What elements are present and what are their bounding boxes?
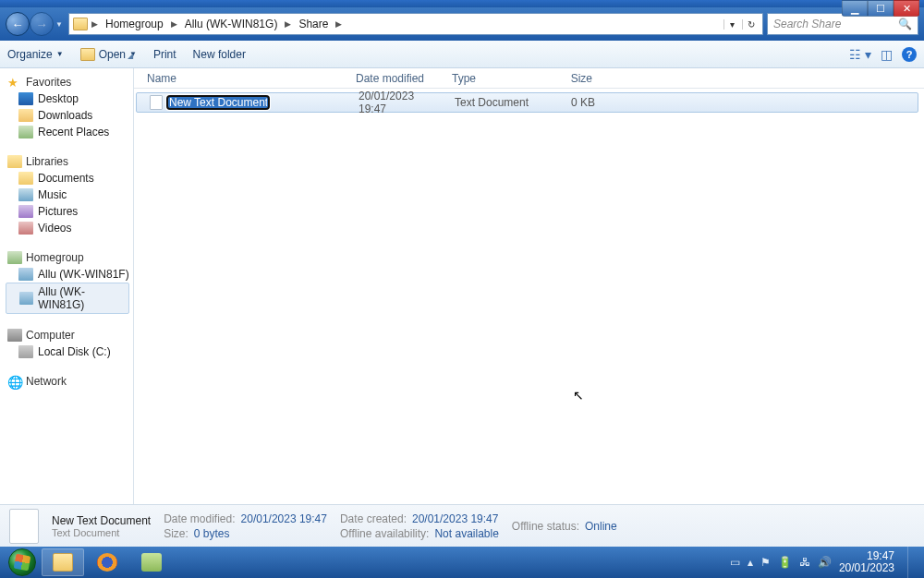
- network-icon: 🌐: [7, 375, 22, 388]
- details-size-label: Size:: [164, 527, 188, 540]
- chevron-right-icon[interactable]: ▶: [90, 19, 100, 29]
- sidebar-item-music[interactable]: Music: [6, 187, 133, 203]
- details-offline-availability-value: Not available: [434, 527, 498, 540]
- sidebar-item-videos[interactable]: Videos: [6, 220, 133, 236]
- battery-icon[interactable]: ▭: [730, 556, 740, 569]
- chevron-right-icon[interactable]: ▶: [169, 19, 179, 29]
- preview-pane-button[interactable]: ◫: [881, 47, 893, 62]
- details-size-value: 0 bytes: [194, 527, 230, 540]
- star-icon: ★: [7, 76, 22, 89]
- maximize-button[interactable]: ☐: [868, 0, 894, 17]
- clock-date: 20/01/2023: [839, 562, 894, 574]
- sidebar-item-pictures[interactable]: Pictures: [6, 203, 133, 220]
- sidebar-computer-header[interactable]: Computer: [6, 327, 133, 343]
- forward-button[interactable]: →: [30, 12, 54, 36]
- user-icon: [18, 268, 33, 281]
- recent-icon: [18, 126, 33, 138]
- app-icon: [141, 553, 162, 572]
- back-button[interactable]: ←: [6, 12, 30, 36]
- file-date: 20/01/2023 19:47: [353, 90, 449, 115]
- music-icon: [18, 188, 33, 201]
- close-button[interactable]: ✕: [894, 0, 919, 17]
- address-dropdown[interactable]: ▾: [723, 19, 740, 30]
- taskbar-item-app[interactable]: [130, 548, 173, 576]
- homegroup-icon: [7, 251, 22, 264]
- breadcrumb-item[interactable]: Homegroup: [102, 16, 167, 32]
- open-icon: [80, 48, 95, 61]
- sidebar-favorites-header[interactable]: ★Favorites: [6, 74, 133, 90]
- breadcrumb-item[interactable]: Share: [295, 16, 332, 32]
- tray-chevron-up-icon[interactable]: ▴: [748, 556, 753, 569]
- firefox-icon: [97, 553, 117, 572]
- column-type[interactable]: Type: [446, 72, 542, 85]
- sidebar-item-documents[interactable]: Documents: [6, 170, 133, 187]
- address-bar[interactable]: ▶ Homegroup ▶ Allu (WK-WIN81G) ▶ Share ▶…: [68, 13, 763, 35]
- user-icon: [19, 292, 33, 305]
- sidebar-item-recent-places[interactable]: Recent Places: [6, 124, 133, 140]
- file-large-icon: [9, 509, 39, 544]
- details-offline-status-value: Online: [585, 520, 617, 533]
- print-button[interactable]: Print: [153, 48, 176, 61]
- column-name[interactable]: Name: [141, 72, 350, 85]
- computer-icon: [7, 329, 22, 342]
- breadcrumb-item[interactable]: Allu (WK-WIN81G): [181, 16, 282, 32]
- action-center-icon[interactable]: ⚑: [760, 556, 771, 569]
- text-file-icon: [150, 95, 163, 110]
- sidebar-item-downloads[interactable]: Downloads: [6, 107, 133, 124]
- pictures-icon: [18, 205, 33, 218]
- windows-orb-icon: [8, 548, 36, 576]
- sidebar-item-local-disk[interactable]: Local Disk (C:): [6, 343, 133, 360]
- details-date-modified-value: 20/01/2023 19:47: [241, 512, 327, 525]
- navigation-pane: ★Favorites Desktop Downloads Recent Plac…: [0, 68, 134, 504]
- documents-icon: [18, 172, 33, 185]
- chevron-right-icon[interactable]: ▶: [334, 19, 344, 29]
- sidebar-item-homegroup-user[interactable]: Allu (WK-WIN81F): [6, 266, 133, 283]
- videos-icon: [18, 222, 33, 235]
- column-date-modified[interactable]: Date modified: [350, 72, 446, 85]
- taskbar-item-firefox[interactable]: [86, 548, 128, 576]
- sidebar-item-desktop[interactable]: Desktop: [6, 90, 133, 107]
- file-row[interactable]: 20/01/2023 19:47 Text Document 0 KB: [136, 92, 918, 113]
- organize-button[interactable]: Organize▼: [7, 48, 64, 61]
- downloads-icon: [18, 109, 33, 122]
- column-size[interactable]: Size: [542, 72, 598, 85]
- explorer-icon: [53, 553, 73, 572]
- file-type: Text Document: [449, 96, 545, 109]
- nav-buttons: ← → ▼: [6, 12, 65, 36]
- details-date-created-value: 20/01/2023 19:47: [412, 512, 498, 525]
- folder-icon: [73, 18, 88, 30]
- details-date-created-label: Date created:: [340, 512, 407, 525]
- disk-icon: [18, 345, 33, 358]
- clock[interactable]: 19:47 20/01/2023: [839, 550, 894, 574]
- system-tray: ▭ ▴ ⚑ 🔋 🖧 🔊 19:47 20/01/2023: [730, 547, 920, 578]
- sidebar-libraries-header[interactable]: Libraries: [6, 153, 133, 170]
- file-list-pane: Name Date modified Type Size 20/01/2023 …: [134, 68, 924, 504]
- rename-input[interactable]: [166, 95, 270, 110]
- command-bar: Organize▼ Open▼ Print New folder ☷ ▾ ◫ ?: [0, 41, 924, 68]
- minimize-button[interactable]: ▁: [842, 0, 868, 17]
- title-bar: [0, 0, 924, 7]
- power-icon[interactable]: 🔋: [778, 556, 792, 569]
- column-headers: Name Date modified Type Size: [134, 68, 924, 89]
- taskbar: ▭ ▴ ⚑ 🔋 🖧 🔊 19:47 20/01/2023: [0, 547, 924, 578]
- start-button[interactable]: [4, 547, 41, 578]
- help-button[interactable]: ?: [902, 47, 917, 62]
- sidebar-item-homegroup-user[interactable]: Allu (WK-WIN81G): [6, 283, 129, 314]
- file-size: 0 KB: [545, 96, 601, 109]
- taskbar-item-explorer[interactable]: [42, 548, 84, 576]
- nav-history-dropdown[interactable]: ▼: [54, 20, 65, 29]
- volume-icon[interactable]: 🔊: [818, 556, 832, 569]
- details-pane: New Text Document Text Document Date mod…: [0, 504, 924, 547]
- new-folder-button[interactable]: New folder: [193, 48, 246, 61]
- nav-bar: ← → ▼ ▶ Homegroup ▶ Allu (WK-WIN81G) ▶ S…: [0, 7, 924, 41]
- sidebar-homegroup-header[interactable]: Homegroup: [6, 249, 133, 266]
- view-options-button[interactable]: ☷ ▾: [849, 47, 871, 62]
- collapse-tree-icon[interactable]: ◢: [128, 52, 133, 60]
- network-tray-icon[interactable]: 🖧: [799, 556, 810, 569]
- sidebar-network-header[interactable]: 🌐Network: [6, 373, 133, 390]
- refresh-button[interactable]: ↻: [742, 19, 759, 30]
- chevron-right-icon[interactable]: ▶: [283, 19, 293, 29]
- show-desktop-button[interactable]: [907, 547, 917, 578]
- details-subtitle: Text Document: [52, 527, 151, 538]
- details-date-modified-label: Date modified:: [164, 512, 235, 525]
